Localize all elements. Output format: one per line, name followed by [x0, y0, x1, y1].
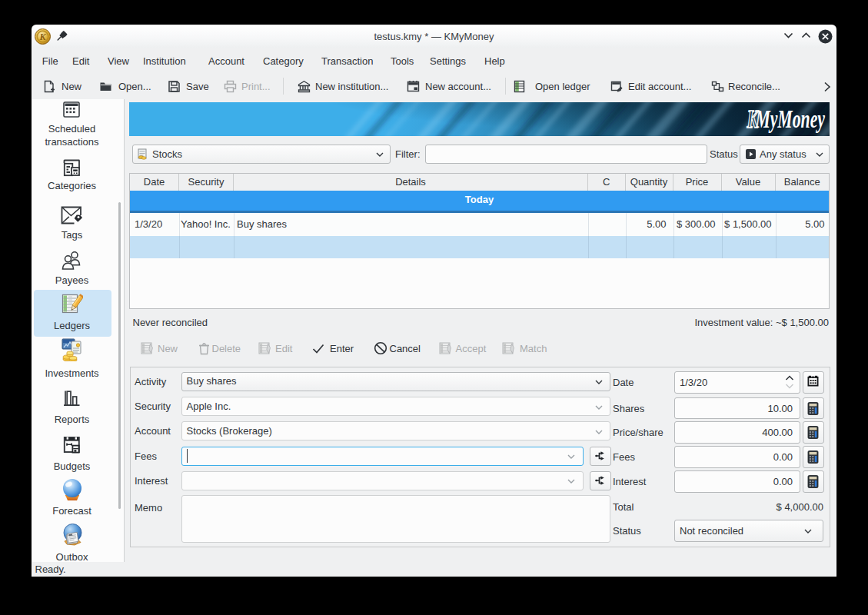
svg-text:MyMoney: MyMoney [755, 105, 826, 133]
svg-text:K: K [747, 105, 760, 133]
